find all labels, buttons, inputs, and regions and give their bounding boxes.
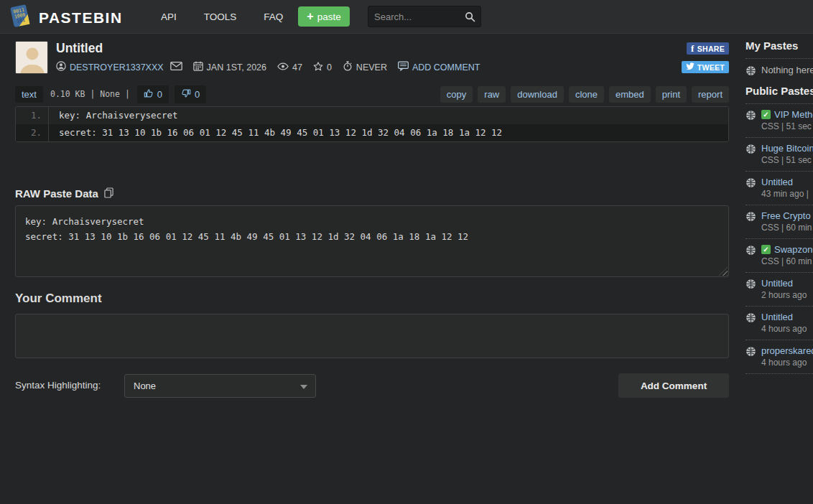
search-input[interactable]	[374, 6, 460, 27]
nav-link-api[interactable]: API	[161, 11, 177, 22]
globe-icon	[745, 279, 756, 292]
public-paste-link[interactable]: Untitled	[761, 312, 793, 322]
public-paste-meta: 2 hours ago	[761, 290, 807, 300]
code-text: secret: 31 13 10 1b 16 06 01 12 45 11 4b…	[49, 124, 502, 141]
public-paste-meta: 4 hours ago	[761, 358, 813, 368]
avatar	[15, 41, 48, 74]
paste-header: Untitled DESTROYER1337XXX JAN 1ST, 2026 …	[15, 41, 729, 77]
star-count: 0	[327, 62, 332, 73]
new-paste-button[interactable]: + paste	[298, 6, 350, 27]
sidebar: My Pastes Nothing here Public Pastes ✓VI…	[745, 39, 813, 374]
my-pastes-empty-row: Nothing here	[745, 59, 813, 85]
code-line: 2.secret: 31 13 10 1b 16 06 01 12 45 11 …	[16, 124, 728, 141]
paste-button-label: paste	[317, 11, 341, 22]
thumbs-down-icon	[181, 88, 191, 101]
paste-date: JAN 1ST, 2026	[207, 62, 266, 73]
public-paste-meta: CSS | 60 min	[761, 256, 813, 266]
public-paste-link[interactable]: Swapzone	[774, 244, 813, 255]
nav-link-faq[interactable]: FAQ	[264, 11, 283, 22]
expiry-value: NEVER	[356, 62, 387, 73]
download-action-button[interactable]: download	[511, 86, 564, 103]
main-nav: APITOOLSFAQ	[161, 0, 283, 34]
embed-action-button[interactable]: embed	[609, 86, 651, 103]
my-pastes-heading: My Pastes	[745, 39, 813, 59]
search-icon[interactable]	[465, 11, 475, 25]
separator: |	[90, 89, 95, 99]
globe-icon	[745, 144, 756, 157]
twitter-icon	[686, 62, 694, 72]
globe-icon	[745, 211, 756, 225]
globe-icon	[745, 245, 756, 258]
public-paste-meta: 4 hours ago	[761, 324, 807, 334]
twitter-tweet-button[interactable]: TWEET	[682, 61, 729, 73]
public-paste-link[interactable]: VIP Methods	[774, 109, 813, 120]
nav-link-tools[interactable]: TOOLS	[204, 11, 237, 22]
raw-paste-heading: RAW Paste Data	[15, 186, 113, 200]
copy-icon[interactable]	[104, 187, 113, 200]
print-action-button[interactable]: print	[656, 86, 687, 103]
syntax-highlighting-label: Syntax Highlighting:	[15, 380, 101, 391]
public-paste-item: Huge BitcoinCSS | 51 sec	[745, 138, 813, 172]
public-paste-link[interactable]: Huge Bitcoin	[761, 143, 813, 154]
your-comment-heading: Your Comment	[15, 291, 102, 306]
paste-title: Untitled	[56, 41, 103, 56]
like-count: 0	[157, 89, 162, 100]
public-paste-meta: 43 min ago |	[761, 189, 809, 199]
user-icon	[56, 61, 66, 73]
add-comment-button[interactable]: Add Comment	[618, 373, 729, 398]
line-number[interactable]: 2.	[16, 124, 49, 141]
report-action-button[interactable]: report	[692, 86, 729, 103]
plus-icon: +	[307, 11, 313, 22]
top-header: 0011 1000 101 PASTEBIN APITOOLSFAQ + pas…	[0, 0, 813, 34]
public-paste-item: Untitled2 hours ago	[745, 273, 813, 307]
public-paste-link[interactable]: Untitled	[761, 278, 793, 289]
copy-action-button[interactable]: copy	[440, 86, 473, 103]
tweet-label: TWEET	[697, 63, 725, 72]
pastebin-logo[interactable]: 0011 1000 101 PASTEBIN	[7, 3, 123, 33]
search-box	[368, 6, 481, 27]
thumbs-up-icon	[144, 88, 154, 101]
paste-meta-row: DESTROYER1337XXX JAN 1ST, 2026 47 0 NEVE…	[56, 61, 480, 73]
line-number[interactable]: 1.	[16, 107, 49, 124]
share-label: SHARE	[697, 45, 725, 53]
add-comment-link[interactable]: ADD COMMENT	[412, 62, 480, 73]
facebook-icon: f	[691, 44, 694, 53]
pastebin-logo-icon: 0011 1000 101	[7, 3, 33, 33]
clone-action-button[interactable]: clone	[569, 86, 604, 103]
separator: |	[125, 89, 130, 99]
brand-text: PASTEBIN	[39, 9, 123, 27]
size-and-category: 0.10 KB | None |	[50, 89, 130, 99]
paste-actions: copyrawdownloadcloneembedprintreport	[440, 86, 729, 103]
dislike-button[interactable]: 0	[175, 85, 206, 103]
public-paste-item: ✓VIP MethodsCSS | 51 sec	[745, 104, 813, 138]
paste-info-bar: text 0.10 KB | None | 0 0 copyrawdownloa…	[15, 85, 729, 103]
globe-icon	[745, 312, 756, 326]
code-block: 1.key: Archaisverysecret2.secret: 31 13 …	[15, 106, 729, 142]
public-paste-link[interactable]: properskared	[761, 345, 813, 356]
check-icon: ✓	[761, 245, 771, 254]
raw-action-button[interactable]: raw	[478, 86, 506, 103]
check-icon: ✓	[761, 110, 771, 119]
comment-textarea[interactable]	[15, 314, 729, 358]
public-paste-link[interactable]: Untitled	[761, 177, 793, 187]
public-paste-meta: CSS | 51 sec	[761, 155, 813, 165]
raw-paste-textarea[interactable]: key: Archaisverysecret secret: 31 13 10 …	[15, 205, 729, 277]
public-paste-link[interactable]: Free Crypto	[761, 210, 811, 221]
public-paste-item: Untitled4 hours ago	[745, 307, 813, 340]
author-link[interactable]: DESTROYER1337XXX	[70, 62, 164, 73]
star-icon[interactable]	[313, 62, 323, 73]
email-icon[interactable]	[170, 62, 182, 73]
public-paste-item: Untitled43 min ago |	[745, 172, 813, 205]
globe-icon	[745, 65, 756, 79]
syntax-selected-value: None	[134, 381, 156, 391]
like-button[interactable]: 0	[137, 85, 169, 103]
facebook-share-button[interactable]: f SHARE	[687, 42, 729, 55]
my-pastes-empty-text: Nothing here	[761, 65, 813, 76]
syntax-highlighting-select[interactable]: None	[124, 374, 316, 398]
expiry-icon	[343, 61, 353, 73]
format-badge[interactable]: text	[15, 86, 43, 103]
paste-category: None	[100, 89, 120, 99]
code-text: key: Archaisverysecret	[49, 107, 178, 124]
chevron-down-icon	[300, 385, 307, 389]
views-count: 47	[292, 62, 302, 73]
